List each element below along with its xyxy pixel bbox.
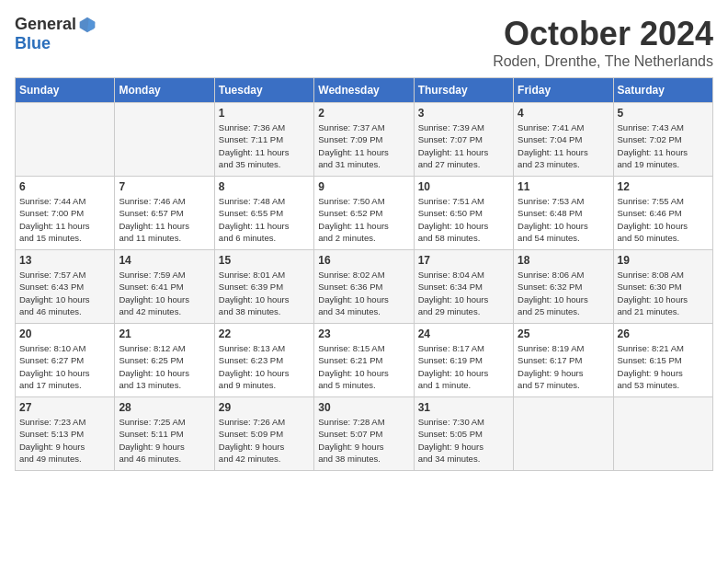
day-detail: Sunrise: 7:41 AM Sunset: 7:04 PM Dayligh… [518,121,609,170]
calendar-week-row: 6Sunrise: 7:44 AM Sunset: 7:00 PM Daylig… [16,177,713,250]
day-detail: Sunrise: 7:37 AM Sunset: 7:09 PM Dayligh… [318,121,409,170]
day-number: 2 [318,107,409,120]
calendar-header-cell: Friday [514,78,613,103]
day-detail: Sunrise: 7:51 AM Sunset: 6:50 PM Dayligh… [418,195,509,244]
calendar-cell: 3Sunrise: 7:39 AM Sunset: 7:07 PM Daylig… [414,103,513,177]
day-number: 25 [518,327,609,340]
day-detail: Sunrise: 7:30 AM Sunset: 5:05 PM Dayligh… [418,416,509,465]
calendar-cell: 14Sunrise: 7:59 AM Sunset: 6:41 PM Dayli… [115,250,214,324]
calendar-cell: 20Sunrise: 8:10 AM Sunset: 6:27 PM Dayli… [16,324,115,397]
calendar-cell: 29Sunrise: 7:26 AM Sunset: 5:09 PM Dayli… [214,397,313,471]
day-detail: Sunrise: 7:55 AM Sunset: 6:46 PM Dayligh… [618,195,709,244]
day-detail: Sunrise: 8:10 AM Sunset: 6:27 PM Dayligh… [19,342,110,391]
calendar-header-cell: Tuesday [214,78,313,103]
calendar-header-cell: Thursday [414,78,513,103]
calendar-cell: 18Sunrise: 8:06 AM Sunset: 6:32 PM Dayli… [514,250,613,324]
day-detail: Sunrise: 8:04 AM Sunset: 6:34 PM Dayligh… [418,269,509,317]
calendar-cell: 15Sunrise: 8:01 AM Sunset: 6:39 PM Dayli… [214,250,313,324]
day-number: 21 [119,327,210,340]
day-detail: Sunrise: 7:48 AM Sunset: 6:55 PM Dayligh… [219,195,310,244]
day-detail: Sunrise: 8:19 AM Sunset: 6:17 PM Dayligh… [518,342,609,391]
calendar-cell: 4Sunrise: 7:41 AM Sunset: 7:04 PM Daylig… [514,103,613,177]
calendar-week-row: 27Sunrise: 7:23 AM Sunset: 5:13 PM Dayli… [16,397,713,471]
calendar-cell: 27Sunrise: 7:23 AM Sunset: 5:13 PM Dayli… [16,397,115,471]
logo-blue-text: Blue [15,34,51,53]
day-number: 16 [318,254,409,267]
day-number: 8 [219,180,310,193]
day-number: 18 [518,254,609,267]
day-detail: Sunrise: 7:23 AM Sunset: 5:13 PM Dayligh… [19,416,110,465]
calendar-cell: 16Sunrise: 8:02 AM Sunset: 6:36 PM Dayli… [314,250,414,324]
title-area: October 2024 Roden, Drenthe, The Netherl… [493,15,713,70]
day-detail: Sunrise: 7:25 AM Sunset: 5:11 PM Dayligh… [119,416,210,465]
day-number: 6 [19,180,110,193]
calendar-cell: 26Sunrise: 8:21 AM Sunset: 6:15 PM Dayli… [613,324,712,397]
calendar-header-cell: Wednesday [314,78,414,103]
header: General Blue October 2024 Roden, Drenthe… [15,15,713,70]
day-number: 27 [19,401,110,414]
day-detail: Sunrise: 7:46 AM Sunset: 6:57 PM Dayligh… [119,195,210,244]
day-detail: Sunrise: 7:59 AM Sunset: 6:41 PM Dayligh… [119,269,210,317]
day-number: 5 [618,107,709,120]
calendar-cell: 13Sunrise: 7:57 AM Sunset: 6:43 PM Dayli… [16,250,115,324]
calendar-header-cell: Saturday [613,78,712,103]
day-number: 31 [418,401,509,414]
calendar-cell: 28Sunrise: 7:25 AM Sunset: 5:11 PM Dayli… [115,397,214,471]
calendar-cell: 30Sunrise: 7:28 AM Sunset: 5:07 PM Dayli… [314,397,414,471]
day-detail: Sunrise: 7:43 AM Sunset: 7:02 PM Dayligh… [618,121,709,170]
calendar-cell: 2Sunrise: 7:37 AM Sunset: 7:09 PM Daylig… [314,103,414,177]
calendar-cell: 21Sunrise: 8:12 AM Sunset: 6:25 PM Dayli… [115,324,214,397]
logo: General Blue [15,15,97,53]
calendar-cell: 25Sunrise: 8:19 AM Sunset: 6:17 PM Dayli… [514,324,613,397]
day-detail: Sunrise: 7:26 AM Sunset: 5:09 PM Dayligh… [219,416,310,465]
day-detail: Sunrise: 7:50 AM Sunset: 6:52 PM Dayligh… [318,195,409,244]
day-detail: Sunrise: 8:08 AM Sunset: 6:30 PM Dayligh… [618,269,709,317]
calendar-cell: 31Sunrise: 7:30 AM Sunset: 5:05 PM Dayli… [414,397,513,471]
month-title: October 2024 [493,15,713,53]
calendar-week-row: 20Sunrise: 8:10 AM Sunset: 6:27 PM Dayli… [16,324,713,397]
calendar-cell [16,103,115,177]
logo-icon [78,16,97,34]
day-detail: Sunrise: 8:12 AM Sunset: 6:25 PM Dayligh… [119,342,210,391]
day-number: 29 [219,401,310,414]
calendar-body: 1Sunrise: 7:36 AM Sunset: 7:11 PM Daylig… [16,103,713,471]
day-detail: Sunrise: 8:21 AM Sunset: 6:15 PM Dayligh… [618,342,709,391]
day-number: 1 [219,107,310,120]
calendar-cell: 19Sunrise: 8:08 AM Sunset: 6:30 PM Dayli… [613,250,712,324]
calendar-week-row: 1Sunrise: 7:36 AM Sunset: 7:11 PM Daylig… [16,103,713,177]
calendar-table: SundayMondayTuesdayWednesdayThursdayFrid… [15,77,713,471]
calendar-header-cell: Sunday [16,78,115,103]
calendar-cell: 23Sunrise: 8:15 AM Sunset: 6:21 PM Dayli… [314,324,414,397]
day-number: 19 [618,254,709,267]
calendar-cell: 1Sunrise: 7:36 AM Sunset: 7:11 PM Daylig… [214,103,313,177]
calendar-week-row: 13Sunrise: 7:57 AM Sunset: 6:43 PM Dayli… [16,250,713,324]
calendar-header-cell: Monday [115,78,214,103]
day-detail: Sunrise: 8:13 AM Sunset: 6:23 PM Dayligh… [219,342,310,391]
calendar-header-row: SundayMondayTuesdayWednesdayThursdayFrid… [16,78,713,103]
day-number: 3 [418,107,509,120]
logo-general-text: General [15,15,76,34]
day-detail: Sunrise: 8:06 AM Sunset: 6:32 PM Dayligh… [518,269,609,317]
day-number: 22 [219,327,310,340]
day-detail: Sunrise: 8:02 AM Sunset: 6:36 PM Dayligh… [318,269,409,317]
calendar-cell: 9Sunrise: 7:50 AM Sunset: 6:52 PM Daylig… [314,177,414,250]
calendar-cell [514,397,613,471]
calendar-cell: 5Sunrise: 7:43 AM Sunset: 7:02 PM Daylig… [613,103,712,177]
day-number: 9 [318,180,409,193]
day-detail: Sunrise: 7:39 AM Sunset: 7:07 PM Dayligh… [418,121,509,170]
day-detail: Sunrise: 7:44 AM Sunset: 7:00 PM Dayligh… [19,195,110,244]
day-number: 15 [219,254,310,267]
day-detail: Sunrise: 7:28 AM Sunset: 5:07 PM Dayligh… [318,416,409,465]
day-number: 4 [518,107,609,120]
day-detail: Sunrise: 7:36 AM Sunset: 7:11 PM Dayligh… [219,121,310,170]
calendar-cell: 12Sunrise: 7:55 AM Sunset: 6:46 PM Dayli… [613,177,712,250]
day-detail: Sunrise: 8:15 AM Sunset: 6:21 PM Dayligh… [318,342,409,391]
calendar-cell: 7Sunrise: 7:46 AM Sunset: 6:57 PM Daylig… [115,177,214,250]
calendar-cell [613,397,712,471]
day-number: 10 [418,180,509,193]
calendar-cell: 11Sunrise: 7:53 AM Sunset: 6:48 PM Dayli… [514,177,613,250]
calendar-cell: 17Sunrise: 8:04 AM Sunset: 6:34 PM Dayli… [414,250,513,324]
day-number: 26 [618,327,709,340]
day-number: 24 [418,327,509,340]
day-detail: Sunrise: 8:17 AM Sunset: 6:19 PM Dayligh… [418,342,509,391]
